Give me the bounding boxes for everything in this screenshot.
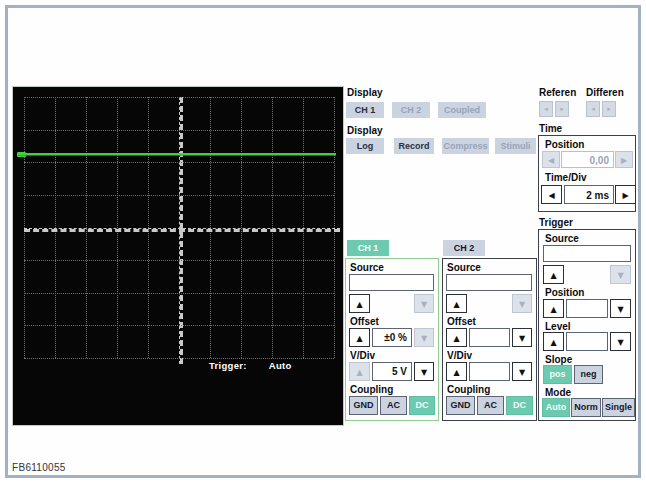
ch2-source-input[interactable]	[446, 274, 532, 291]
trigger-label: Trigger	[539, 217, 573, 228]
ch2-vdiv-value	[469, 362, 510, 381]
slope-neg-button[interactable]: neg	[574, 365, 603, 384]
ch1-vdiv-down-button[interactable]: ▼	[414, 362, 434, 381]
trigger-position-down-button[interactable]: ▼	[610, 299, 631, 318]
mode-norm-button[interactable]: Norm	[571, 398, 601, 417]
ch1-offset-label: Offset	[350, 316, 379, 327]
time-position-label: Position	[545, 139, 584, 150]
up-arrow-icon: ▲	[453, 334, 459, 343]
trigger-status: Trigger:Auto	[209, 360, 292, 371]
ch1-coupling-gnd-button[interactable]: GND	[349, 396, 378, 415]
trigger-position-label: Position	[545, 287, 584, 298]
trigger-source-input[interactable]	[543, 245, 631, 262]
up-arrow-icon: ▲	[550, 305, 556, 314]
scope-grid	[24, 97, 334, 358]
down-arrow-icon: ▼	[421, 368, 427, 377]
grid-hline	[24, 195, 334, 196]
ch1-offset-up-button[interactable]: ▲	[349, 328, 370, 347]
ch2-coupling-ac-button[interactable]: AC	[477, 396, 504, 415]
reference-next-button: ▸	[555, 101, 569, 117]
slope-pos-button[interactable]: pos	[543, 365, 572, 384]
trigger-mode-label: Mode	[545, 387, 571, 398]
ch2-offset-label: Offset	[447, 316, 476, 327]
ch2-tab[interactable]: CH 2	[443, 240, 485, 256]
ch1-vdiv-label: V/Div	[350, 350, 375, 361]
timediv-value: 2 ms	[564, 185, 614, 204]
time-position-decrement-button: ◀	[542, 151, 560, 168]
ch1-source-label: Source	[350, 262, 384, 273]
reference-label: Referen	[539, 87, 576, 98]
stimuli-button: Stimuli	[495, 138, 536, 154]
ch2-source-down-button: ▼	[512, 294, 532, 313]
time-position-increment-button: ▶	[615, 151, 633, 168]
ch1-offset-value: ±0 %	[372, 328, 412, 347]
log-button[interactable]: Log	[346, 138, 384, 154]
down-arrow-icon: ▼	[519, 368, 525, 377]
down-arrow-icon: ▼	[519, 300, 525, 309]
ch1-source-input[interactable]	[349, 274, 434, 291]
ch2-offset-down-button[interactable]: ▼	[512, 328, 532, 347]
ch1-coupling-label: Coupling	[350, 384, 393, 395]
trigger-source-down-button: ▼	[610, 265, 631, 284]
trigger-level-label: Level	[545, 321, 571, 332]
down-arrow-icon: ▼	[617, 305, 623, 314]
display-coupled-button: Coupled	[438, 102, 486, 118]
ch2-source-up-button[interactable]: ▲	[446, 294, 467, 313]
ch1-coupling-dc-button[interactable]: DC	[409, 396, 435, 415]
ch2-vdiv-label: V/Div	[447, 350, 472, 361]
display-modes-label: Display	[347, 125, 383, 136]
down-arrow-icon: ▼	[617, 271, 623, 280]
differential-label: Differen	[586, 87, 624, 98]
ch1-coupling-ac-button[interactable]: AC	[380, 396, 407, 415]
ch1-tab[interactable]: CH 1	[347, 240, 389, 256]
ch1-source-down-button: ▼	[414, 294, 434, 313]
grid-hline	[24, 162, 334, 163]
grid-hline	[24, 260, 334, 261]
reference-prev-button: ◂	[539, 101, 553, 117]
grid-hline	[24, 97, 334, 98]
oscilloscope-app: Trigger:Auto Display CH 1 CH 2 Coupled D…	[0, 0, 646, 487]
time-label: Time	[539, 123, 562, 134]
trigger-level-down-button[interactable]: ▼	[610, 332, 631, 351]
up-arrow-icon: ▲	[356, 368, 362, 377]
ch2-offset-up-button[interactable]: ▲	[446, 328, 467, 347]
up-arrow-icon: ▲	[356, 300, 362, 309]
down-arrow-icon: ▼	[421, 300, 427, 309]
mode-single-button[interactable]: Single	[602, 398, 635, 417]
trigger-level-value	[566, 332, 608, 351]
ch2-offset-value	[469, 328, 510, 347]
grid-hline	[24, 293, 334, 294]
ch1-trace	[18, 153, 336, 155]
left-arrow-icon: ◂	[591, 105, 595, 112]
up-arrow-icon: ▲	[356, 334, 362, 343]
ch2-vdiv-up-button[interactable]: ▲	[446, 362, 467, 381]
trigger-position-up-button[interactable]: ▲	[543, 299, 564, 318]
trigger-status-label: Trigger:	[209, 360, 247, 371]
ch2-coupling-label: Coupling	[447, 384, 490, 395]
ch2-coupling-dc-button[interactable]: DC	[506, 396, 533, 415]
up-arrow-icon: ▲	[453, 300, 459, 309]
display-ch1-button[interactable]: CH 1	[346, 102, 384, 118]
up-arrow-icon: ▲	[550, 338, 556, 347]
timediv-decrement-button[interactable]: ◀	[541, 185, 562, 204]
footer-code: FB6110055	[12, 462, 66, 473]
ch2-source-label: Source	[447, 262, 481, 273]
ch2-coupling-gnd-button[interactable]: GND	[446, 396, 475, 415]
differential-prev-button: ◂	[586, 101, 600, 117]
down-arrow-icon: ▼	[519, 334, 525, 343]
trigger-source-up-button[interactable]: ▲	[543, 265, 564, 284]
left-arrow-icon: ◀	[548, 191, 554, 200]
grid-hline	[24, 358, 334, 359]
right-arrow-icon: ▶	[621, 156, 627, 165]
ch2-vdiv-down-button[interactable]: ▼	[512, 362, 532, 381]
mode-auto-button[interactable]: Auto	[542, 398, 570, 417]
trigger-slope-label: Slope	[545, 354, 572, 365]
ch1-source-up-button[interactable]: ▲	[349, 294, 370, 313]
timediv-increment-button[interactable]: ▶	[615, 185, 636, 204]
down-arrow-icon: ▼	[421, 334, 427, 343]
trigger-source-label: Source	[545, 233, 579, 244]
record-button[interactable]: Record	[394, 138, 434, 154]
left-arrow-icon: ◂	[544, 105, 548, 112]
trigger-level-up-button[interactable]: ▲	[543, 332, 564, 351]
up-arrow-icon: ▲	[453, 368, 459, 377]
